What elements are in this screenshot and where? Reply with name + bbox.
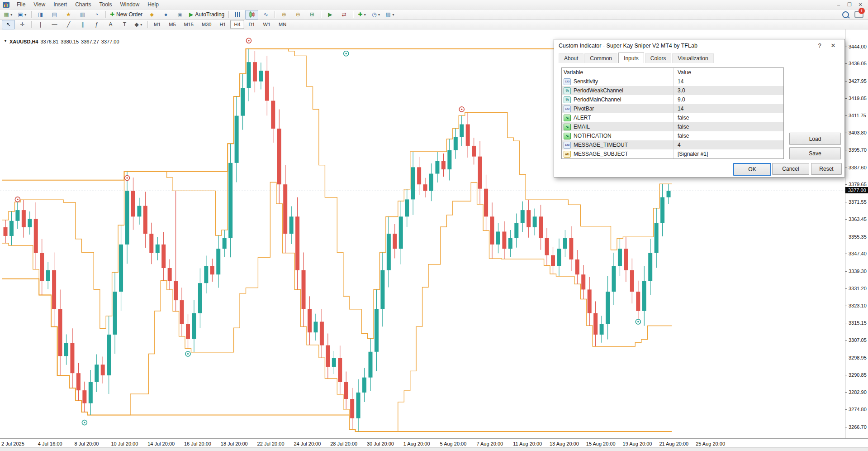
experts-button[interactable]: ● (159, 10, 172, 19)
signals-button[interactable]: ◉ (173, 10, 186, 19)
trendline-tool[interactable]: ╱ (62, 20, 75, 29)
ticket-icon-button[interactable]: ⬥ (145, 10, 158, 19)
zoom-out-button[interactable]: ⊖ (291, 10, 304, 19)
periods-button[interactable]: ◷▼ (370, 10, 383, 19)
label-tool-icon: T (123, 21, 126, 28)
timeframe-d1[interactable]: D1 (245, 20, 259, 29)
line-chart-button[interactable]: ∿ (259, 10, 272, 19)
new-order-button[interactable]: ✚New Order (108, 10, 144, 19)
templates-button[interactable]: ▨▼ (384, 10, 397, 19)
menu-file[interactable]: File (13, 0, 29, 9)
time-axis[interactable]: 2 Jul 20254 Jul 16:008 Jul 20:0010 Jul 2… (0, 438, 868, 448)
search-button[interactable] (842, 11, 849, 18)
autotrading-button[interactable]: ▶AutoTrading (187, 10, 226, 19)
horizontal-line-tool[interactable]: — (48, 20, 61, 29)
timeframe-m5[interactable]: M5 (165, 20, 179, 29)
value-cell[interactable]: false (674, 124, 783, 130)
menu-charts[interactable]: Charts (71, 0, 95, 9)
strategy-tester-button[interactable]: ◔ (90, 10, 103, 19)
data-window-button[interactable]: ▤ (48, 10, 61, 19)
market-watch-button[interactable]: ◨ (34, 10, 47, 19)
buy-signal-marker (344, 51, 349, 56)
tab-common[interactable]: Common (584, 53, 617, 63)
cursor-tool[interactable]: ↖ (2, 20, 15, 29)
timeframe-m1[interactable]: M1 (150, 20, 164, 29)
ohlc-close: 3377.00 (101, 39, 119, 44)
line-chart-icon: ∿ (264, 11, 268, 18)
ok-button[interactable]: OK (733, 163, 771, 176)
close-button[interactable]: ✕ (855, 1, 865, 8)
channel-tool[interactable]: ∥ (76, 20, 89, 29)
restore-button[interactable]: ❐ (844, 1, 854, 8)
zoom-in-button[interactable]: ⊕ (277, 10, 290, 19)
save-button[interactable]: Save (789, 147, 841, 159)
time-axis-label: 7 Aug 20:00 (476, 441, 503, 446)
time-axis-label: 16 Jul 20:00 (184, 441, 211, 446)
vertical-line-tool[interactable]: | (34, 20, 47, 29)
dialog-close-button[interactable]: ✕ (826, 41, 840, 50)
value-cell[interactable]: [Signaler #1] (674, 151, 783, 157)
auto-scroll-button[interactable]: ▶ (323, 10, 337, 19)
input-row-periodmainchannel[interactable]: ½PeriodMainChannel9.0 (562, 95, 783, 104)
value-cell[interactable]: false (674, 133, 783, 139)
timeframe-m15[interactable]: M15 (180, 20, 197, 29)
input-row-message_subject[interactable]: abMESSAGE_SUBJECT[Signaler #1] (562, 149, 783, 158)
input-row-notification[interactable]: ∿NOTIFICATIONfalse (562, 131, 783, 140)
text-tool[interactable]: A (104, 20, 117, 29)
timeframe-h4[interactable]: H4 (230, 20, 244, 29)
input-row-pivotbar[interactable]: 123PivotBar14 (562, 104, 783, 113)
menu-help[interactable]: Help (143, 0, 163, 9)
menu-view[interactable]: View (29, 0, 49, 9)
menu-insert[interactable]: Insert (49, 0, 71, 9)
value-cell[interactable]: 3.0 (674, 87, 783, 94)
notifications-button[interactable]: 1 (854, 11, 863, 18)
profiles-button[interactable]: ▣▼ (16, 10, 29, 19)
shapes-tool[interactable]: ◆▼ (132, 20, 145, 29)
minimize-button[interactable]: – (834, 1, 844, 8)
tab-inputs[interactable]: Inputs (618, 53, 644, 63)
menu-tools[interactable]: Tools (95, 0, 116, 9)
indicators-button[interactable]: ✚▼ (356, 10, 369, 19)
timeframe-h1[interactable]: H1 (216, 20, 229, 29)
load-button[interactable]: Load (789, 133, 841, 145)
tab-visualization[interactable]: Visualization (672, 53, 713, 63)
reset-button[interactable]: Reset (811, 163, 842, 175)
mt4-window: { "window": { "menus": ["File", "View", … (0, 0, 868, 451)
input-row-message_timeout[interactable]: 123MESSAGE_TIMEOUT4 (562, 140, 783, 149)
cancel-button[interactable]: Cancel (772, 163, 809, 175)
value-cell[interactable]: 14 (674, 106, 783, 112)
value-cell[interactable]: 14 (674, 78, 783, 85)
timeframe-mn[interactable]: MN (275, 20, 290, 29)
fibonacci-tool[interactable]: ƒ (90, 20, 103, 29)
price-axis[interactable]: 3444.003436.053427.953419.853411.753403.… (845, 29, 868, 438)
input-row-sensitivity[interactable]: 123Sensitivity14 (562, 77, 783, 86)
chart-shift-button[interactable]: ⇄ (337, 10, 351, 19)
value-cell[interactable]: 4 (674, 142, 783, 148)
candlestick-chart-button[interactable] (245, 10, 258, 19)
input-row-periodweakchannel[interactable]: ½PeriodWeakChannel3.0 (562, 86, 783, 95)
timeframe-w1[interactable]: W1 (260, 20, 275, 29)
price-axis-label: 3419.85 (849, 96, 867, 101)
input-row-email[interactable]: ∿EMAILfalse (562, 122, 783, 131)
dialog-title-bar[interactable]: Custom Indicator - Super Kay Sniper V2 M… (554, 39, 844, 52)
crosshair-tool[interactable]: ✛ (16, 20, 29, 29)
collapse-triangle-icon[interactable]: ▼ (4, 39, 7, 44)
bar-chart-button[interactable] (231, 10, 244, 19)
dialog-help-button[interactable]: ? (813, 41, 826, 50)
terminal-button[interactable]: ▥ (76, 10, 89, 19)
variable-cell: 123Sensitivity (562, 77, 674, 86)
value-cell[interactable]: false (674, 115, 783, 121)
variable-cell: ½PeriodWeakChannel (562, 86, 674, 95)
toolbar-line-studies: ↖✛|—╱∥ƒAT◆▼M1M5M15M30H1H4D1W1MN (0, 20, 868, 29)
menu-window[interactable]: Window (116, 0, 144, 9)
timeframe-m30[interactable]: M30 (198, 20, 215, 29)
tile-windows-button[interactable]: ⊞ (305, 10, 318, 19)
label-tool[interactable]: T (118, 20, 131, 29)
navigator-button[interactable]: ★ (62, 10, 75, 19)
tab-about[interactable]: About (559, 53, 583, 63)
value-cell[interactable]: 9.0 (674, 96, 783, 103)
new-chart-button[interactable]: ▦▼ (2, 10, 15, 19)
variable-name: PeriodWeakChannel (574, 87, 623, 94)
input-row-alert[interactable]: ∿ALERTfalse (562, 113, 783, 122)
tab-colors[interactable]: Colors (645, 53, 672, 63)
